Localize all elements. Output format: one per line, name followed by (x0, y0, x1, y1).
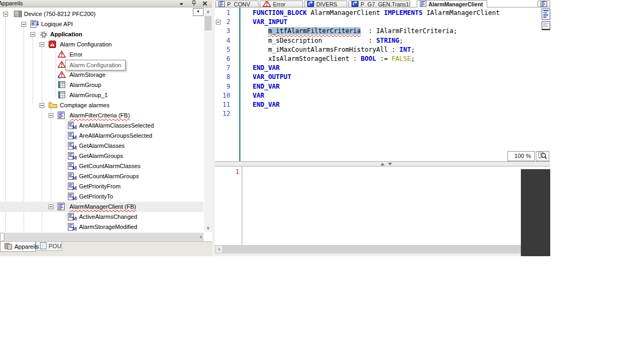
tree-horizontal-scrollbar[interactable]: › (4, 233, 204, 241)
tree-item[interactable]: MActiveAlarmsChanged (0, 212, 204, 222)
code-token: FALSE (392, 55, 411, 62)
tree-expander[interactable] (40, 103, 44, 108)
method-icon: M (68, 223, 77, 231)
tree-item[interactable]: MGetAlarmGroups (0, 151, 204, 161)
zoom-button[interactable] (536, 151, 549, 161)
implementation-gutter: 1 (215, 168, 240, 176)
tree-expander[interactable] (49, 204, 53, 209)
plc-logic-icon (30, 20, 40, 28)
zoom-level[interactable]: 100 % (508, 151, 535, 161)
tree-expander[interactable] (30, 32, 35, 37)
editor-tab-label: P_CONV (227, 1, 250, 7)
pou-doc-icon (420, 0, 426, 7)
panel-menu-button[interactable] (178, 1, 185, 7)
implementation-editor[interactable]: 1 ‹ (215, 167, 550, 256)
editor-tab-p_conv[interactable]: P_CONV (215, 1, 259, 7)
chevron-down-icon (179, 0, 184, 7)
code-token: : IAlarmFilterCriteria; (361, 27, 457, 35)
code-token: ; (411, 46, 415, 53)
tree-item[interactable]: MAreAllAlarmGroupsSelected (0, 131, 204, 141)
tree-item[interactable]: AlarmGroup_1 (0, 90, 204, 100)
editor-tab-alarmmanagerclient[interactable]: AlarmManagerClient✕ (417, 0, 487, 7)
scrollbar-thumb[interactable] (205, 16, 212, 30)
scroll-up-icon[interactable]: ∧ (204, 9, 212, 15)
tree-item[interactable]: AlarmManagerClient (FB) (0, 202, 204, 212)
tree-item-label: Logique API (41, 19, 73, 29)
code-token: m_iMaxCountAlarmsFromHistoryAll : (253, 46, 400, 53)
bottom-tab-bar: AppareilsPOU (0, 241, 212, 256)
code-token: INT (400, 46, 411, 53)
tree-expander[interactable] (40, 42, 44, 47)
code-line: VAR_OUTPUT (253, 73, 499, 82)
declaration-gutter: 123456789101112 (215, 9, 232, 118)
editor-tab-label: P_G7_GEN.Trans15 (361, 1, 410, 7)
screen: Appareils Device (750-8212 PFC200)Logiqu… (0, 0, 640, 364)
tree-item[interactable]: Alarm Configuration (0, 39, 204, 50)
prg-icon (307, 1, 314, 7)
tree-item[interactable]: AlarmGroup (0, 80, 204, 90)
declaration-view-icon[interactable] (542, 9, 550, 22)
implementation-view-icon[interactable] (542, 21, 550, 33)
device-row-dropdown[interactable]: ▼ (193, 8, 204, 16)
tree-expander[interactable] (3, 12, 8, 17)
impl-horizontal-scrollbar[interactable] (223, 245, 521, 254)
svg-text:M: M (72, 155, 77, 160)
fold-toggle[interactable] (216, 20, 221, 25)
scroll-right-icon[interactable]: › (200, 233, 202, 240)
svg-text:M: M (72, 216, 77, 221)
alarm-icon (263, 1, 271, 7)
impl-hscroll-left-button[interactable]: ‹ (215, 245, 223, 254)
line-number: 1 (215, 9, 232, 18)
undrawn-panel-region (521, 169, 550, 256)
method-icon: M (68, 152, 77, 160)
device-icon (14, 10, 23, 18)
code-token: END_VAR (253, 101, 280, 108)
tree-item[interactable]: Device (750-8212 PFC200) (0, 9, 204, 19)
tree-item[interactable]: Error (0, 50, 204, 60)
tree-vertical-scrollbar[interactable]: ∧ ∨ (204, 7, 212, 232)
tree-item[interactable]: AlarmFilterCriteria (FB) (0, 110, 204, 121)
code-line: VAR_INPUT (253, 18, 499, 27)
tree-item[interactable]: MAlarmStorageModified (0, 222, 204, 232)
splitter-up-icon[interactable] (380, 163, 385, 165)
panel-tab-pou[interactable]: POU (36, 242, 62, 251)
tree-item-label: Application (50, 29, 82, 39)
tree-item[interactable]: MGetAlarmClasses (0, 141, 204, 151)
tree-item-label: GetPriorityFrom (79, 181, 121, 192)
tree-item[interactable]: AlarmStorage (0, 70, 204, 80)
device-tree[interactable]: Device (750-8212 PFC200)Logique APIAppli… (0, 7, 204, 232)
editor-tab-divers[interactable]: DIVERS (304, 1, 347, 7)
tree-hscroll-left-button[interactable] (0, 233, 4, 241)
editor-tab-label: Error (273, 1, 285, 7)
svg-text:M: M (72, 145, 77, 150)
splitter-down-icon[interactable] (388, 163, 392, 165)
panel-tab-appareils[interactable]: Appareils (0, 242, 36, 252)
tree-item[interactable]: MAreAllAlarmClassesSelected (0, 121, 204, 131)
tree-item[interactable]: Comptage alarmes (0, 100, 204, 110)
tree-item[interactable]: MGetPriorityFrom (0, 181, 204, 192)
editor-tab-error[interactable]: Error (260, 1, 303, 7)
code-token (253, 27, 268, 35)
close-icon[interactable] (201, 1, 208, 7)
scroll-down-icon[interactable]: ∨ (204, 225, 212, 231)
declaration-editor[interactable]: 123456789101112 FUNCTION_BLOCK AlarmMana… (215, 7, 550, 161)
tree-item[interactable]: MGetPriorityTo (0, 192, 204, 202)
implementation-gutter-divider (241, 167, 243, 245)
code-token: END_VAR (253, 83, 280, 90)
pin-button[interactable] (191, 1, 197, 7)
tree-item-label: GetAlarmGroups (79, 151, 123, 161)
editor-tab-clipped[interactable] (537, 1, 550, 7)
tree-expander[interactable] (21, 22, 26, 27)
editor-tab-p_g7_gen.trans15[interactable]: P_G7_GEN.Trans15 (348, 1, 410, 7)
tree-expander[interactable] (49, 113, 53, 118)
code-token: VAR_OUTPUT (253, 73, 291, 81)
tree-item-label: Comptage alarmes (60, 100, 110, 110)
tree-item[interactable]: Application (0, 29, 204, 39)
editor-tab-label: AlarmManagerClient (428, 1, 483, 7)
code-token: AlarmManagerClient (307, 9, 384, 17)
tree-item[interactable]: MGetCountAlarmClasses (0, 161, 204, 171)
tree-item[interactable]: MGetCountAlarmGroups (0, 171, 204, 181)
editor-splitter[interactable] (215, 161, 550, 167)
tree-item-label: AlarmManagerClient (FB) (69, 202, 136, 212)
tree-item[interactable]: Logique API (0, 19, 204, 29)
